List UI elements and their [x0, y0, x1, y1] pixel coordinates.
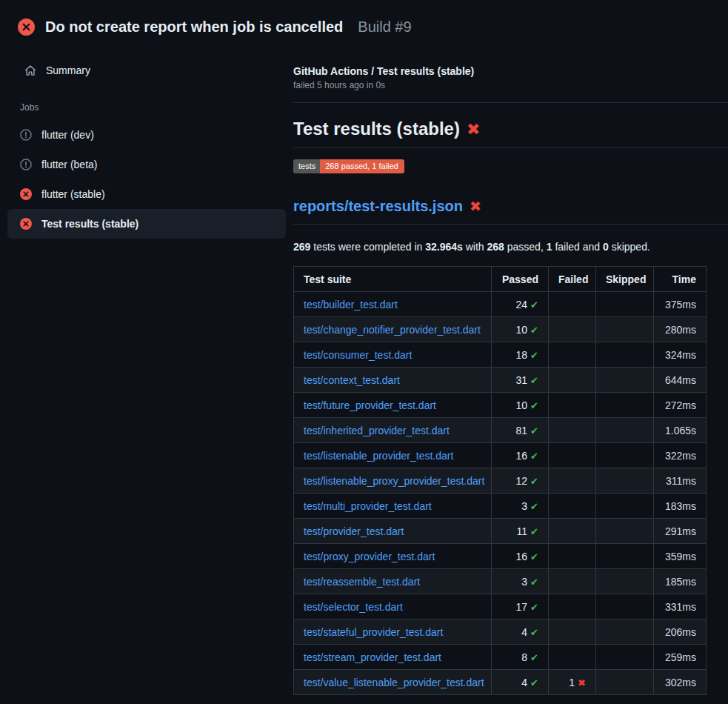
table-header-row: Test suite Passed Failed Skipped Time [294, 267, 707, 292]
time-value: 280ms [654, 317, 707, 342]
failed-cell [549, 368, 596, 393]
test-suite-link[interactable]: test/stateful_provider_test.dart [304, 626, 443, 638]
test-suite-link[interactable]: test/proxy_provider_test.dart [304, 551, 435, 562]
test-suite-link[interactable]: test/consumer_test.dart [304, 349, 412, 361]
skipped-cell [596, 519, 654, 544]
skipped-cell [596, 443, 654, 468]
check-icon: ✔ [530, 577, 538, 588]
table-row: test/listenable_provider_test.dart 16✔ 3… [294, 443, 707, 468]
col-failed: Failed [549, 267, 596, 292]
table-row: test/reassemble_test.dart 3✔ 185ms [294, 569, 707, 594]
test-suite-link[interactable]: test/reassemble_test.dart [304, 576, 420, 588]
time-value: 206ms [654, 620, 707, 645]
test-suite-link[interactable]: test/listenable_provider_test.dart [304, 450, 453, 462]
report-title: reports/test-results.json✖ [293, 196, 728, 225]
check-icon: ✔ [530, 350, 538, 361]
test-suite-link[interactable]: test/inherited_provider_test.dart [304, 425, 450, 436]
check-icon: ✔ [530, 299, 538, 311]
table-row: test/value_listenable_provider_test.dart… [294, 670, 707, 695]
x-circle-icon [18, 19, 35, 36]
sidebar-item-summary[interactable]: Summary [0, 59, 293, 82]
passed-count: 4 [521, 626, 527, 638]
check-icon: ✔ [530, 602, 538, 613]
passed-count: 8 [521, 651, 527, 663]
x-circle-icon [20, 218, 32, 230]
stop-icon [20, 159, 32, 170]
skipped-cell [596, 494, 654, 519]
passed-count: 31 [516, 374, 528, 386]
table-row: test/multi_provider_test.dart 3✔ 183ms [294, 494, 707, 519]
report-link[interactable]: reports/test-results.json [293, 198, 463, 214]
summary-line: 269 tests were completed in 32.964s with… [293, 241, 728, 253]
test-suite-link[interactable]: test/selector_test.dart [304, 601, 403, 613]
failed-cell [549, 468, 596, 494]
status-line: failed 5 hours ago in 0s [293, 80, 728, 90]
test-suite-link[interactable]: test/listenable_proxy_provider_test.dart [304, 475, 484, 487]
test-suite-link[interactable]: test/provider_test.dart [304, 525, 404, 537]
table-row: test/stream_provider_test.dart 8✔ 259ms [294, 645, 707, 670]
sidebar-item-flutter-stable[interactable]: flutter (stable) [7, 179, 286, 209]
sidebar-item-flutter-beta[interactable]: flutter (beta) [7, 150, 286, 179]
section-title: Test results (stable)✖ [293, 118, 728, 148]
test-suite-link[interactable]: test/context_test.dart [304, 374, 400, 386]
badge-label: tests [293, 159, 320, 173]
skipped-cell [596, 620, 654, 645]
skipped-cell [596, 317, 654, 342]
failed-cell [549, 594, 596, 620]
failed-cell [549, 342, 596, 368]
x-icon: ✖ [578, 677, 586, 688]
failed-cell [549, 393, 596, 418]
skipped-cell [596, 468, 654, 494]
time-value: 324ms [654, 342, 707, 368]
sidebar-item-test-results-stable[interactable]: Test results (stable) [7, 209, 286, 239]
col-time: Time [654, 267, 707, 292]
skipped-cell [596, 368, 654, 393]
test-suite-link[interactable]: test/value_listenable_provider_test.dart [304, 677, 484, 688]
test-suite-link[interactable]: test/builder_test.dart [304, 299, 398, 311]
passed-count: 3 [521, 576, 527, 588]
passed-count: 3 [521, 500, 527, 512]
time-value: 322ms [654, 443, 707, 468]
passed-count: 17 [516, 601, 528, 613]
test-suite-link[interactable]: test/multi_provider_test.dart [304, 500, 432, 512]
table-row: test/consumer_test.dart 18✔ 324ms [294, 342, 707, 368]
failed-cell [549, 443, 596, 468]
failed-cell [549, 494, 596, 519]
test-suite-link[interactable]: test/future_provider_test.dart [304, 399, 436, 411]
time-value: 1.065s [654, 418, 707, 443]
time-value: 259ms [654, 645, 707, 670]
time-value: 272ms [654, 393, 707, 418]
col-test-suite: Test suite [294, 267, 492, 292]
run-header: Do not create report when job is cancell… [0, 0, 728, 41]
check-icon: ✔ [530, 627, 538, 638]
table-row: test/proxy_provider_test.dart 16✔ 359ms [294, 544, 707, 569]
skipped-cell [596, 418, 654, 443]
failed-cell [549, 620, 596, 645]
skipped-cell [596, 342, 654, 368]
skipped-cell [596, 594, 654, 620]
sidebar-item-flutter-dev[interactable]: flutter (dev) [7, 120, 286, 150]
table-row: test/inherited_provider_test.dart 81✔ 1.… [294, 418, 707, 443]
table-row: test/future_provider_test.dart 10✔ 272ms [294, 393, 707, 418]
failed-cell [549, 544, 596, 569]
time-value: 183ms [654, 494, 707, 519]
check-icon: ✔ [530, 400, 538, 411]
home-icon [24, 64, 36, 76]
time-value: 375ms [654, 292, 707, 317]
check-icon: ✔ [530, 677, 538, 688]
test-suite-link[interactable]: test/stream_provider_test.dart [304, 651, 441, 663]
passed-count: 81 [516, 425, 528, 436]
skipped-cell [596, 645, 654, 670]
results-table: Test suite Passed Failed Skipped Time te… [293, 266, 707, 695]
cross-mark-icon: ✖ [467, 120, 480, 139]
skipped-cell [596, 670, 654, 695]
failed-cell [549, 645, 596, 670]
failed-cell [549, 292, 596, 317]
badge-value: 268 passed, 1 failed [320, 159, 404, 173]
run-title: Do not create report when job is cancell… [45, 19, 343, 36]
table-row: test/provider_test.dart 11✔ 291ms [294, 519, 707, 544]
failed-cell [549, 418, 596, 443]
failed-cell [549, 569, 596, 594]
passed-count: 10 [516, 324, 528, 336]
test-suite-link[interactable]: test/change_notifier_provider_test.dart [304, 324, 481, 336]
